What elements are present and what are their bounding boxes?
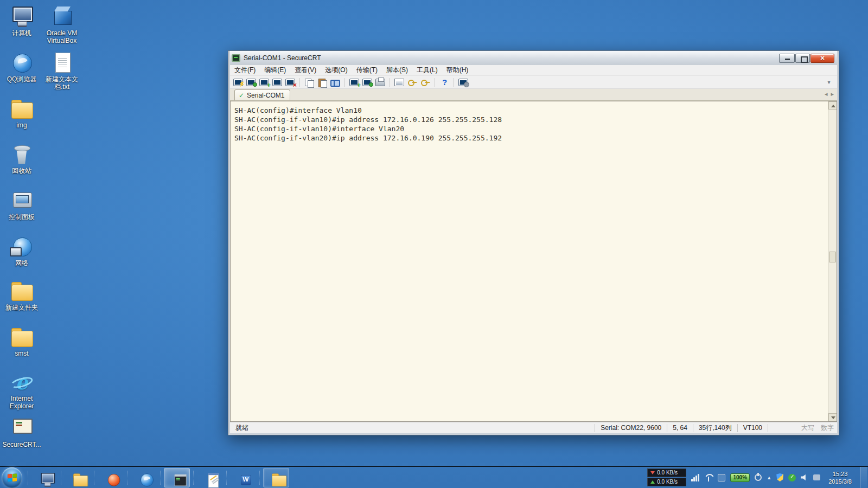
taskbar-notepad-button[interactable] xyxy=(197,468,223,487)
desktop-icon-network[interactable]: 网络 xyxy=(2,235,41,267)
menu-options[interactable]: 选项(O) xyxy=(321,65,352,76)
control-panel-icon xyxy=(7,189,37,212)
show-hidden-icons-chevron[interactable]: ▲ xyxy=(767,475,771,480)
global-options-icon[interactable] xyxy=(419,77,431,88)
tab-scroll-left-icon[interactable]: ◂ xyxy=(825,91,828,98)
find-icon[interactable] xyxy=(329,77,341,88)
minimize-button[interactable] xyxy=(779,54,795,63)
terminal-screen[interactable]: SH-AC(config)#interface Vlan10SH-AC(conf… xyxy=(234,106,825,418)
menu-script[interactable]: 脚本(S) xyxy=(382,65,412,76)
menu-bar: 文件(F) 编辑(E) 查看(V) 选项(O) 传输(T) 脚本(S) 工具(L… xyxy=(230,65,837,76)
taskbar-blue-browser-button[interactable] xyxy=(131,468,157,487)
session-properties-icon[interactable] xyxy=(393,77,405,88)
copy-icon[interactable] xyxy=(303,77,315,88)
desktop-icon-label: 回收站 xyxy=(2,167,41,175)
download-speed-value: 0.0 KB/s xyxy=(657,470,678,476)
scroll-up-arrow[interactable] xyxy=(828,101,837,110)
toolbar-overflow-button[interactable] xyxy=(823,77,835,88)
taskbar-grip xyxy=(28,471,28,485)
desktop-icon-label: 网络 xyxy=(2,259,41,267)
input-indicator-icon[interactable] xyxy=(718,474,725,481)
print-icon[interactable] xyxy=(374,77,386,88)
reconnect-icon[interactable] xyxy=(271,77,283,88)
volume-icon[interactable] xyxy=(801,474,808,481)
menu-transfer[interactable]: 传输(T) xyxy=(352,65,382,76)
folder-icon xyxy=(7,326,37,349)
toolbar-separator xyxy=(344,78,345,87)
taskbar-grip xyxy=(127,471,127,485)
desktop-icon-text-file[interactable]: 新建文本文档.txt xyxy=(42,52,81,91)
desktop-icon-label: Internet Explorer xyxy=(2,395,41,410)
desktop-icon-label: QQ浏览器 xyxy=(2,75,41,83)
desktop-icon-label: 新建文本文档.txt xyxy=(42,75,81,91)
maximize-button[interactable] xyxy=(795,54,810,63)
desktop-icon-img-folder[interactable]: img xyxy=(2,98,41,129)
taskbar-grip xyxy=(160,471,161,485)
upload-speed-value: 0.0 KB/s xyxy=(657,479,678,485)
network-speed-indicator[interactable]: 0.0 KB/s 0.0 KB/s xyxy=(647,468,686,486)
taskbar-grip xyxy=(61,471,61,485)
taskbar-securecrt-button[interactable] xyxy=(164,468,190,487)
desktop-icon-new-folder[interactable]: 新建文件夹 xyxy=(2,280,41,311)
disconnect-icon[interactable] xyxy=(284,77,296,88)
desktop-icon-computer[interactable]: 计算机 xyxy=(2,5,41,37)
paste-icon[interactable] xyxy=(316,77,328,88)
title-bar[interactable]: Serial-COM1 - SecureCRT xyxy=(230,51,837,65)
tab-serial-com1[interactable]: Serial-COM1 xyxy=(234,89,290,100)
menu-file[interactable]: 文件(F) xyxy=(230,65,260,76)
system-tray: 0.0 KB/s 0.0 KB/s 100% ▲ 15:23 2015/3/ xyxy=(647,467,868,488)
menu-edit[interactable]: 编辑(E) xyxy=(260,65,290,76)
wireless-antenna-icon[interactable] xyxy=(704,474,713,481)
tab-scroll-right-icon[interactable]: ▸ xyxy=(831,91,834,98)
connect-icon[interactable] xyxy=(245,77,257,88)
close-button[interactable] xyxy=(810,54,834,63)
menu-help[interactable]: 帮助(H) xyxy=(442,65,473,76)
desktop-icon-label: 计算机 xyxy=(2,29,41,37)
desktop-icon-qq-browser[interactable]: QQ浏览器 xyxy=(2,52,41,83)
scrollbar-thumb[interactable] xyxy=(829,252,836,262)
session-log-icon[interactable] xyxy=(348,77,360,88)
keymap-icon[interactable] xyxy=(406,77,418,88)
desktop-icon-internet-explorer[interactable]: e Internet Explorer xyxy=(2,371,41,410)
menu-tools[interactable]: 工具(L) xyxy=(412,65,442,76)
desktop-icon-smst-folder[interactable]: smst xyxy=(2,326,41,357)
status-num-lock: 数字 xyxy=(818,424,837,432)
taskbar-word-button[interactable]: W xyxy=(230,468,256,487)
show-desktop-button[interactable] xyxy=(860,467,867,488)
blue-browser-icon xyxy=(136,472,157,487)
taskbar-clock[interactable]: 15:23 2015/3/8 xyxy=(825,470,855,485)
help-icon[interactable] xyxy=(438,77,450,88)
download-speed: 0.0 KB/s xyxy=(647,468,686,477)
taskbar-computer-button[interactable] xyxy=(31,468,58,487)
word-icon: W xyxy=(235,472,256,487)
power-plug-icon[interactable] xyxy=(755,474,762,481)
desktop-icon-securecrt[interactable]: SecureCRT... xyxy=(2,417,41,448)
taskbar-explorer-button[interactable] xyxy=(65,468,91,487)
scroll-down-arrow[interactable] xyxy=(828,413,837,421)
taskbar-red-browser-button[interactable] xyxy=(98,468,124,487)
qq-browser-icon xyxy=(7,52,37,74)
tray-misc-icon[interactable] xyxy=(813,474,820,480)
vertical-scrollbar[interactable] xyxy=(828,101,837,421)
start-button[interactable] xyxy=(2,467,22,488)
desktop-icon-recycle-bin[interactable]: 回收站 xyxy=(2,143,41,175)
toolbar-separator xyxy=(299,78,300,87)
taskbar-folder-button[interactable] xyxy=(263,468,289,487)
battery-indicator[interactable]: 100% xyxy=(730,473,750,482)
signal-bars-icon[interactable] xyxy=(691,474,699,481)
red-browser-icon xyxy=(103,472,124,487)
menu-view[interactable]: 查看(V) xyxy=(290,65,321,76)
antivirus-ok-icon[interactable] xyxy=(788,474,796,481)
desktop-icon-virtualbox[interactable]: Oracle VM VirtualBox xyxy=(42,5,81,44)
terminal-options-icon[interactable] xyxy=(457,77,469,88)
connect-in-tab-icon[interactable] xyxy=(258,77,270,88)
security-shield-icon[interactable] xyxy=(776,473,783,481)
desktop-icon-control-panel[interactable]: 控制面板 xyxy=(2,189,41,221)
upload-speed: 0.0 KB/s xyxy=(647,478,686,486)
receive-file-icon[interactable] xyxy=(361,77,373,88)
status-caps-lock: 大写 xyxy=(798,424,818,432)
quick-connect-icon[interactable] xyxy=(232,77,244,88)
network-globe-icon xyxy=(7,235,37,258)
notepad-icon xyxy=(202,472,223,487)
terminal-area: SH-AC(config)#interface Vlan10SH-AC(conf… xyxy=(230,101,837,422)
